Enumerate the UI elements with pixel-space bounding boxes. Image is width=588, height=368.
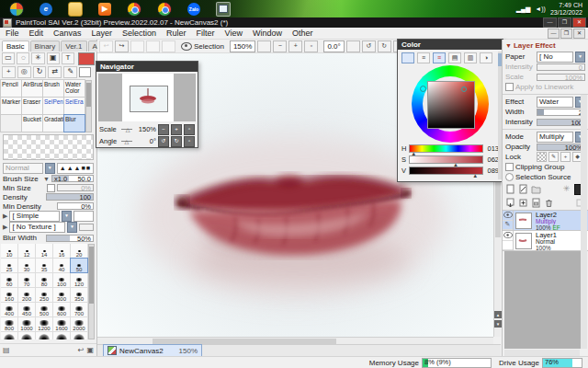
new-layer-icon[interactable]	[505, 184, 515, 194]
move-tool[interactable]: +	[2, 66, 16, 78]
nav-rotate-cw-button[interactable]: ↻	[171, 136, 182, 147]
sparkle-icon[interactable]: ✳	[561, 184, 571, 194]
menu-ruler[interactable]: Ruler	[166, 29, 187, 38]
brush-size-40[interactable]: 40	[52, 258, 71, 273]
menu-layer[interactable]: Layer	[92, 29, 113, 38]
child-minimize-button[interactable]: —	[548, 29, 560, 39]
brush-size-25[interactable]: 25	[1, 258, 18, 273]
history-button[interactable]	[130, 40, 144, 52]
brush-size-80[interactable]: 80	[35, 272, 53, 288]
color-wheel-icon[interactable]	[401, 52, 414, 63]
file-explorer-icon[interactable]	[68, 2, 83, 17]
eye-icon[interactable]	[503, 212, 513, 218]
color-mixer-icon[interactable]: ▤	[448, 52, 461, 63]
brush-size-50[interactable]: 50	[70, 258, 88, 273]
brush-size-more[interactable]	[35, 331, 53, 339]
tool-blur[interactable]: Blur	[63, 114, 85, 132]
brush-size-slider[interactable]: x1.0 50.0	[51, 175, 94, 182]
brush-size-14[interactable]: 14	[35, 244, 53, 259]
secondary-color-swatch[interactable]	[79, 67, 91, 77]
start-button-icon[interactable]	[9, 2, 24, 17]
hue-ring[interactable]	[412, 65, 489, 143]
layer-row-layer1[interactable]: Layer1Normal100%	[503, 231, 588, 251]
effect-select[interactable]: Water Fringe	[537, 97, 573, 108]
brush-size-1200[interactable]: 1200	[35, 316, 53, 332]
selection-visibility-icon[interactable]	[181, 42, 192, 51]
nav-rotate-ccw-button[interactable]: ↺	[158, 136, 169, 147]
flip-view-tool[interactable]: ⇄	[48, 66, 62, 78]
menu-canvas[interactable]: Canvas	[53, 29, 82, 38]
brush-size-200[interactable]: 200	[17, 287, 36, 303]
tab-basic[interactable]: Basic	[2, 40, 29, 52]
tool-brush[interactable]: Brush	[42, 79, 64, 98]
lasso-tool[interactable]: ◌	[17, 52, 29, 64]
nav-zoom-in-button[interactable]: +	[171, 124, 182, 135]
eye-icon[interactable]	[503, 232, 513, 238]
menu-filter[interactable]: Filter	[197, 29, 215, 38]
menu-selection[interactable]: Selection	[122, 29, 156, 38]
nav-zoom-out-button[interactable]: −	[158, 124, 169, 135]
child-restore-button[interactable]: ❐	[560, 29, 572, 39]
tool-bucket[interactable]: Bucket	[21, 114, 43, 132]
brush-tip-shapes[interactable]: ▲▲▲■■	[57, 163, 94, 174]
navigator-scale-slider[interactable]: △	[121, 129, 132, 130]
angle-value[interactable]: 0.0°	[323, 40, 344, 52]
brush-size-600[interactable]: 600	[52, 302, 71, 317]
angle-menu-button[interactable]	[346, 40, 360, 52]
chevron-down-icon[interactable]: ▼	[62, 211, 72, 222]
undo-icon[interactable]: ↩	[78, 346, 85, 354]
menu-other[interactable]: Other	[292, 29, 313, 38]
brush-size-more[interactable]	[1, 331, 18, 339]
rect-select-tool[interactable]: ▭	[2, 52, 15, 64]
new-folder-icon[interactable]	[531, 184, 541, 194]
brush-shape-select[interactable]: [ Simple Circle ]	[9, 211, 60, 222]
brush-size-1000[interactable]: 1000	[17, 316, 36, 332]
minimize-button[interactable]: —	[543, 17, 557, 28]
chevron-down-icon[interactable]: ▼	[45, 163, 55, 174]
chrome-icon[interactable]	[127, 2, 141, 17]
layer-paint-target-cell[interactable]: ✎	[503, 221, 513, 231]
nav-rotate-reset-button[interactable]: ▫	[184, 136, 195, 147]
size-grid-scrollbar[interactable]	[88, 244, 95, 339]
invert-selection-button[interactable]	[162, 40, 175, 52]
selection-source-radio[interactable]	[505, 173, 514, 181]
canvas-horizontal-scrollbar[interactable]	[97, 337, 493, 344]
lock-pencil-icon[interactable]: ✎	[548, 152, 559, 162]
painttool-sai-task-icon[interactable]	[216, 2, 231, 17]
tool-selera[interactable]: SelEra	[63, 97, 85, 115]
redo-button[interactable]: ↪	[115, 40, 129, 52]
rotate-cw-button[interactable]: ↻	[378, 40, 391, 52]
layer-thumbnail[interactable]	[515, 213, 532, 229]
effect-width-slider[interactable]: 2	[537, 109, 585, 116]
brush-size-400[interactable]: 400	[1, 302, 18, 317]
min-size-checkbox[interactable]	[47, 184, 55, 192]
layer-panel-vscrollbar[interactable]	[581, 95, 587, 349]
zoom-out-button[interactable]: −	[273, 40, 287, 52]
undo-button[interactable]: ↩	[99, 40, 113, 52]
rgb-sliders-icon[interactable]: ≡	[433, 52, 446, 63]
tool-eraser[interactable]: Eraser	[21, 97, 43, 115]
volume-icon[interactable]: ◄))	[535, 6, 546, 12]
brush-size-100[interactable]: 100	[52, 272, 71, 288]
chevron-down-icon[interactable]: ▼	[43, 176, 50, 182]
magic-wand-tool[interactable]: ✳	[31, 52, 44, 64]
brush-size-1600[interactable]: 1600	[52, 316, 71, 332]
delete-layer-icon[interactable]	[544, 198, 554, 208]
menu-file[interactable]: File	[6, 29, 19, 38]
media-player-icon[interactable]: ▶	[98, 3, 111, 16]
brush-size-30[interactable]: 30	[17, 258, 36, 273]
taskbar-clock[interactable]: 7:49 CH 23/12/2022	[550, 2, 582, 17]
expand-arrow-icon[interactable]: ▶	[3, 224, 7, 231]
tool-selpen[interactable]: SelPen	[42, 97, 64, 115]
zalo-icon[interactable]: Zalo	[187, 3, 200, 16]
menu-view[interactable]: View	[225, 29, 243, 38]
tool-grid-scrollbar[interactable]	[85, 80, 92, 132]
brush-size-more[interactable]	[70, 331, 88, 339]
brush-size-10[interactable]: 10	[1, 244, 18, 259]
brush-size-250[interactable]: 250	[35, 287, 53, 303]
restore-button[interactable]: ❐	[558, 17, 571, 28]
rotate-view-tool[interactable]: ↻	[33, 66, 47, 78]
document-tab[interactable]: NewCanvas2 150%	[103, 344, 202, 357]
brush-size-12[interactable]: 12	[17, 244, 36, 259]
tool-airbrush[interactable]: AirBrush	[21, 79, 43, 98]
